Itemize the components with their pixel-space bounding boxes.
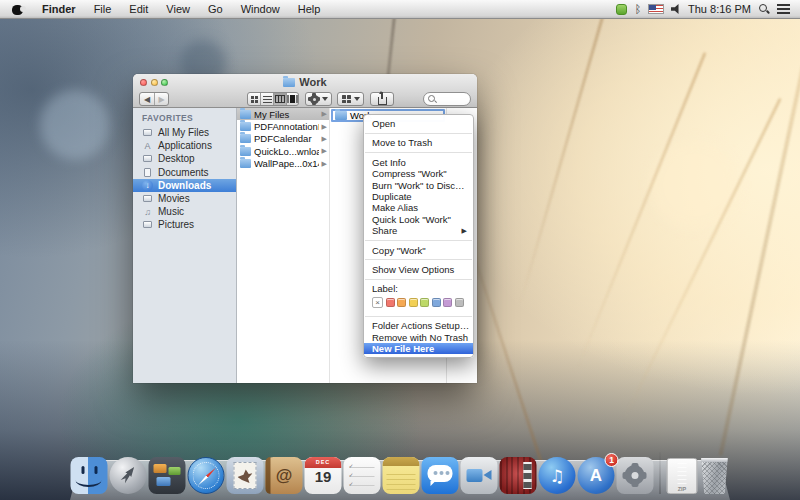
video-camera-icon: [467, 469, 483, 482]
menu-item-new-file-here[interactable]: New File Here: [364, 343, 473, 354]
label-clear-button[interactable]: ×: [372, 297, 383, 308]
file-row-pdfannotationeditor[interactable]: PDFAnnotationEditor ▶: [237, 120, 329, 132]
label-swatch[interactable]: [397, 298, 406, 307]
menu-separator: [365, 279, 472, 280]
menu-help[interactable]: Help: [289, 1, 330, 17]
menu-edit[interactable]: Edit: [120, 1, 157, 17]
dock-itunes-icon[interactable]: ♫: [539, 457, 576, 494]
menu-item-duplicate[interactable]: Duplicate: [364, 191, 473, 202]
sidebar-item-all-my-files[interactable]: All My Files: [133, 126, 236, 139]
folder-icon: [240, 122, 251, 131]
menu-bar: Finder File Edit View Go Window Help ᛒ T…: [0, 0, 800, 19]
file-row-my-files[interactable]: My Files ▶: [237, 108, 329, 120]
folder-proxy-icon[interactable]: [283, 78, 295, 87]
menu-separator: [365, 259, 472, 260]
dock-trash-icon[interactable]: [700, 458, 730, 494]
file-row-quicklook-downloader[interactable]: QuickLo...wnloader ▶: [237, 145, 329, 157]
dock-calendar-icon[interactable]: DEC 19: [305, 457, 342, 494]
window-titlebar[interactable]: Work ◀ ▶: [133, 74, 477, 108]
chevron-down-icon: [354, 97, 360, 101]
folder-icon: [240, 159, 251, 168]
sidebar-heading: FAVORITES: [133, 108, 236, 126]
dock-app-store-icon[interactable]: A 1: [578, 457, 615, 494]
context-menu: Open Move to Trash Get Info Compress "Wo…: [363, 114, 474, 358]
coverflow-view-button[interactable]: [286, 93, 299, 105]
label-swatch[interactable]: [432, 298, 441, 307]
apple-menu-icon[interactable]: [12, 3, 23, 15]
menu-item-burn-to-disc[interactable]: Burn "Work" to Disc…: [364, 180, 473, 191]
input-source-flag-icon[interactable]: [648, 4, 664, 14]
menu-view[interactable]: View: [157, 1, 199, 17]
spotlight-icon[interactable]: [758, 3, 770, 15]
window-title: Work: [133, 76, 477, 88]
menu-item-show-view-options[interactable]: Show View Options: [364, 264, 473, 275]
dock-photo-booth-icon[interactable]: [500, 457, 537, 494]
volume-icon[interactable]: [671, 4, 681, 14]
dock-launchpad-icon[interactable]: [110, 457, 147, 494]
menu-finder[interactable]: Finder: [33, 1, 85, 17]
pictures-icon: [142, 219, 153, 230]
file-row-pdfcalendar[interactable]: PDFCalendar ▶: [237, 133, 329, 145]
menu-clock[interactable]: Thu 8:16 PM: [688, 3, 751, 15]
sidebar-item-movies[interactable]: Movies: [133, 192, 236, 205]
menu-item-folder-actions-setup[interactable]: Folder Actions Setup…: [364, 320, 473, 331]
menu-item-get-info[interactable]: Get Info: [364, 157, 473, 168]
menu-item-move-to-trash[interactable]: Move to Trash: [364, 137, 473, 148]
dock-reminders-icon[interactable]: [344, 457, 381, 494]
desktop-icon: [142, 153, 153, 164]
dock-mail-icon[interactable]: [227, 457, 264, 494]
disclosure-arrow-icon: ▶: [322, 110, 327, 118]
action-gear-button[interactable]: [305, 92, 332, 106]
dock-zip-file-icon[interactable]: ZIP: [667, 458, 698, 494]
search-icon: [428, 95, 437, 104]
menu-item-compress[interactable]: Compress "Work": [364, 168, 473, 179]
menu-go[interactable]: Go: [199, 1, 232, 17]
menu-item-quick-look[interactable]: Quick Look "Work": [364, 214, 473, 225]
file-row-wallpaper[interactable]: WallPape...0x1440 ▶: [237, 158, 329, 170]
list-view-button[interactable]: [260, 93, 273, 105]
label-swatch[interactable]: [455, 298, 464, 307]
dock-notes-icon[interactable]: [383, 457, 420, 494]
back-button[interactable]: ◀: [140, 93, 154, 105]
menu-item-open[interactable]: Open: [364, 118, 473, 129]
menu-separator: [365, 133, 472, 134]
dock-mission-control-icon[interactable]: [149, 457, 186, 494]
label-swatch[interactable]: [386, 298, 395, 307]
menu-item-copy[interactable]: Copy "Work": [364, 245, 473, 256]
dock-messages-icon[interactable]: [422, 457, 459, 494]
column-1: My Files ▶ PDFAnnotationEditor ▶ PDFCale…: [237, 108, 330, 383]
menu-window[interactable]: Window: [232, 1, 289, 17]
label-swatch[interactable]: [420, 298, 429, 307]
menu-separator: [365, 152, 472, 153]
label-swatch[interactable]: [409, 298, 418, 307]
dock-finder-icon[interactable]: [71, 457, 108, 494]
sidebar-item-applications[interactable]: A Applications: [133, 139, 236, 152]
sidebar-item-music[interactable]: ♫ Music: [133, 205, 236, 218]
forward-button[interactable]: ▶: [154, 93, 168, 105]
menu-file[interactable]: File: [85, 1, 121, 17]
sidebar-item-downloads[interactable]: ↓ Downloads: [133, 179, 236, 192]
documents-icon: [142, 167, 153, 178]
menu-item-remove-with-no-trash[interactable]: Remove with No Trash: [364, 332, 473, 343]
menu-item-make-alias[interactable]: Make Alias: [364, 202, 473, 213]
share-button[interactable]: [370, 92, 394, 106]
share-icon: [378, 97, 387, 105]
dock-facetime-icon[interactable]: [461, 457, 498, 494]
sidebar-item-desktop[interactable]: Desktop: [133, 152, 236, 165]
search-input[interactable]: [423, 92, 471, 106]
menu-item-share[interactable]: Share ▶: [364, 225, 473, 236]
bluetooth-icon[interactable]: ᛒ: [634, 3, 641, 16]
label-swatch[interactable]: [443, 298, 452, 307]
icon-view-button[interactable]: [248, 93, 260, 105]
notification-center-icon[interactable]: [777, 4, 790, 14]
dock-contacts-icon[interactable]: @: [266, 457, 303, 494]
sidebar-item-documents[interactable]: Documents: [133, 166, 236, 179]
arrange-button[interactable]: [337, 92, 364, 106]
dock-safari-icon[interactable]: [188, 457, 225, 494]
wallpaper-grass-stalk: [519, 15, 605, 304]
all-my-files-icon: [142, 127, 153, 138]
menu-extra-app-icon[interactable]: [616, 4, 627, 15]
dock-system-preferences-icon[interactable]: [617, 457, 654, 494]
column-view-button[interactable]: [273, 93, 286, 105]
sidebar-item-pictures[interactable]: Pictures: [133, 218, 236, 231]
